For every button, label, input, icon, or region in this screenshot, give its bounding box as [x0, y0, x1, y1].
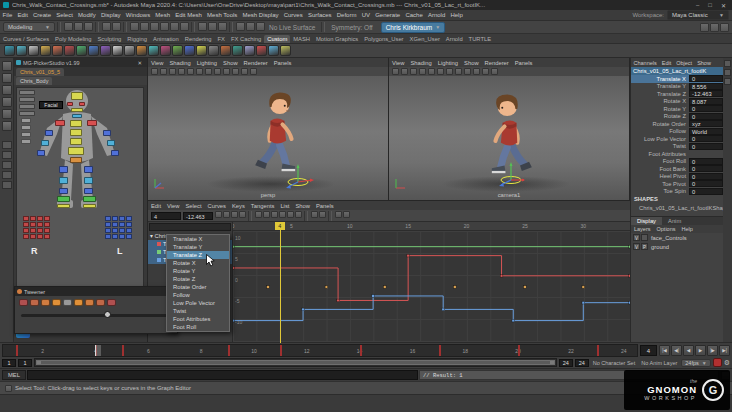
- popup-menu-item[interactable]: Rotate Y: [167, 267, 229, 275]
- picker-keypad[interactable]: [23, 216, 50, 239]
- picker-keypad-cell[interactable]: [112, 228, 118, 233]
- picker-button[interactable]: [84, 177, 93, 184]
- shelf-icon[interactable]: [112, 45, 123, 56]
- stats-frame-field[interactable]: 4: [151, 212, 181, 220]
- time-slider[interactable]: 24681012141618202224: [2, 344, 638, 357]
- channel-row[interactable]: Toe Spin0: [631, 188, 723, 196]
- channel-row[interactable]: Rotate Z0: [631, 113, 723, 121]
- popup-menu-item[interactable]: Twist: [167, 307, 229, 315]
- picker-button[interactable]: [70, 129, 82, 136]
- four-pane-layout-icon[interactable]: [2, 151, 12, 159]
- tweener-preset-button[interactable]: [96, 299, 105, 306]
- graph-editor-menu-item[interactable]: Tangents: [248, 203, 278, 209]
- popup-menu-item[interactable]: Rotate X: [167, 259, 229, 267]
- channel-row[interactable]: Rotate Y0: [631, 105, 723, 113]
- step-forward-key-button[interactable]: |▶: [707, 345, 718, 356]
- shelf-tab[interactable]: Custom: [264, 35, 290, 43]
- menu-item[interactable]: File: [0, 12, 15, 18]
- anim-curve-translate-x[interactable]: [233, 256, 630, 301]
- keyframe-translate-z[interactable]: [302, 308, 305, 311]
- persp-graph-layout-icon[interactable]: [2, 171, 12, 179]
- step-tangents-icon[interactable]: [287, 211, 294, 218]
- menu-item[interactable]: Edit Mesh: [173, 12, 205, 18]
- keyframe-translate-y[interactable]: [233, 245, 234, 248]
- shelf-icon[interactable]: [40, 45, 51, 56]
- shelf-icon[interactable]: [208, 45, 219, 56]
- popup-menu-item[interactable]: Rotate Order: [167, 283, 229, 291]
- hypershade-layout-icon[interactable]: [2, 181, 12, 189]
- shelf-tab[interactable]: Rigging: [124, 35, 150, 43]
- shelf-icon[interactable]: [160, 45, 171, 56]
- menu-item[interactable]: Windows: [123, 12, 153, 18]
- channel-name[interactable]: Toe Spin: [631, 188, 689, 194]
- shelf-icon[interactable]: [244, 45, 255, 56]
- keyframe-rotate-x-keys[interactable]: [383, 286, 386, 289]
- picker-canvas[interactable]: Facial R L: [16, 87, 144, 287]
- layer-menu-item[interactable]: Layers: [631, 226, 654, 232]
- picker-keypad-cell[interactable]: [30, 216, 36, 221]
- channel-box-menu-item[interactable]: Show: [695, 60, 714, 66]
- viewport-menu-item[interactable]: Shading: [407, 60, 434, 66]
- anim-layer-selector[interactable]: No Anim Layer: [639, 360, 679, 366]
- picker-button[interactable]: [57, 196, 70, 202]
- channel-row[interactable]: Low Pole Vector0: [631, 135, 723, 143]
- move-tool-icon[interactable]: [2, 97, 12, 107]
- open-scene-icon[interactable]: [74, 22, 83, 31]
- picker-button[interactable]: [57, 204, 70, 208]
- move-nearest-picked-key-icon[interactable]: [215, 211, 222, 218]
- picker-keypad-cell[interactable]: [119, 216, 125, 221]
- picker-keypad-cell[interactable]: [105, 234, 111, 239]
- channel-name[interactable]: Rotate Y: [631, 106, 689, 112]
- screen-space-ao-icon[interactable]: [169, 68, 176, 75]
- channel-name[interactable]: Twist: [631, 143, 689, 149]
- picker-button[interactable]: [83, 204, 96, 208]
- fps-dropdown[interactable]: 24fps▼: [681, 359, 710, 367]
- playback-start-field[interactable]: 1: [18, 359, 32, 367]
- shelf-icon[interactable]: [16, 45, 27, 56]
- menu-item[interactable]: Mesh Display: [240, 12, 281, 18]
- picker-button[interactable]: [19, 111, 35, 116]
- picker-button[interactable]: [68, 147, 84, 155]
- linear-tangents-icon[interactable]: [271, 211, 278, 218]
- command-language-toggle[interactable]: MEL: [2, 370, 26, 380]
- picker-button[interactable]: [84, 166, 93, 173]
- picker-button[interactable]: [70, 120, 82, 127]
- add-keys-icon[interactable]: [231, 211, 238, 218]
- picker-button[interactable]: [41, 140, 49, 146]
- new-scene-icon[interactable]: [64, 22, 73, 31]
- channel-value-field[interactable]: 0: [689, 143, 723, 150]
- auto-keyframe-toggle[interactable]: [713, 358, 722, 367]
- keyframe-translate-x[interactable]: [500, 275, 503, 278]
- tool-settings-tab-icon[interactable]: [724, 69, 731, 76]
- layer-displaytype-toggle[interactable]: P: [641, 243, 648, 250]
- construction-history-icon[interactable]: [218, 22, 227, 31]
- display-layer-row[interactable]: VPground: [631, 242, 723, 251]
- sidebar-tool-settings-icon[interactable]: [710, 23, 719, 32]
- picker-keypad-cell[interactable]: [126, 228, 132, 233]
- shelf-tab[interactable]: Poly Modeling: [52, 35, 94, 43]
- swap-buffer-curve-icon[interactable]: [319, 211, 326, 218]
- keyframe-translate-z[interactable]: [512, 319, 515, 322]
- popup-menu-item[interactable]: Translate X: [167, 235, 229, 243]
- shape-node-name[interactable]: Chris_v01_05_Lac_rt_footIKShape: [631, 204, 723, 212]
- undo-icon[interactable]: [102, 22, 111, 31]
- snap-view-plane-icon[interactable]: [170, 22, 179, 31]
- scale-tool-icon[interactable]: [2, 121, 12, 131]
- picker-keypad-cell[interactable]: [126, 222, 132, 227]
- picker-keypad-cell[interactable]: [112, 234, 118, 239]
- channel-row[interactable]: Translate Z-12.463: [631, 90, 723, 98]
- snap-point-icon[interactable]: [150, 22, 159, 31]
- picker-keypad-cell[interactable]: [105, 216, 111, 221]
- channel-row[interactable]: Heel Pivot0: [631, 173, 723, 181]
- picker-button[interactable]: [67, 102, 73, 106]
- shelf-icon[interactable]: [256, 45, 267, 56]
- layer-editor-tab[interactable]: Anim: [662, 217, 687, 225]
- command-input[interactable]: [27, 370, 418, 380]
- channel-value-field[interactable]: 0: [689, 165, 723, 172]
- tweener-slider[interactable]: [21, 311, 171, 319]
- lattice-deform-keys-icon[interactable]: [239, 211, 246, 218]
- channel-value-field[interactable]: 0: [689, 75, 723, 82]
- menu-item[interactable]: Mesh Tools: [204, 12, 239, 18]
- picker-keypad-cell[interactable]: [37, 216, 43, 221]
- shelf-tab[interactable]: MASH: [290, 35, 313, 43]
